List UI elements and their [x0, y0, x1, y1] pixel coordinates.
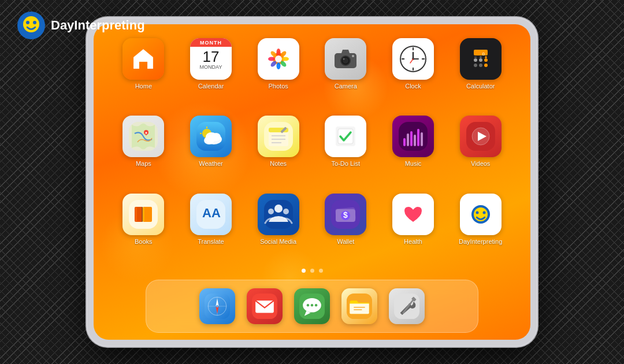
app-photos[interactable]: Photos [246, 36, 311, 109]
app-maps[interactable]: Maps [111, 113, 176, 186]
app-books[interactable]: Books [111, 191, 176, 264]
dock-files[interactable] [340, 286, 378, 326]
books-label: Books [135, 238, 153, 245]
music-label: Music [405, 160, 422, 167]
app-clock[interactable]: Clock [381, 36, 446, 109]
dock-tools[interactable] [388, 286, 426, 326]
social-label: Social Media [260, 238, 296, 245]
svg-point-8 [282, 57, 289, 61]
wallet-icon: $ [325, 194, 366, 235]
camera-label: Camera [335, 83, 357, 90]
svg-marker-16 [341, 50, 350, 53]
ipad-screen: Home MONTH 17 MONDAY Calendar [94, 24, 530, 340]
calendar-icon: MONTH 17 MONDAY [190, 38, 232, 80]
app-health[interactable]: Health [381, 191, 446, 264]
files-dock-icon [341, 288, 377, 324]
mail-dock-icon [247, 288, 283, 324]
clock-icon [392, 38, 434, 80]
app-wallet[interactable]: $ Wallet [313, 191, 378, 264]
dot-1[interactable] [302, 269, 306, 273]
svg-point-88 [283, 209, 289, 214]
app-dayinterpreting[interactable]: DayInterpreting [448, 191, 513, 264]
dock-safari[interactable] [198, 286, 236, 326]
page-dots [111, 264, 513, 277]
svg-point-34 [474, 58, 477, 62]
svg-rect-67 [399, 122, 428, 151]
svg-point-2 [26, 21, 29, 24]
svg-point-111 [307, 304, 309, 306]
svg-point-20 [343, 58, 345, 60]
maps-icon [122, 116, 164, 157]
safari-dock-icon [199, 288, 235, 324]
svg-point-112 [311, 304, 313, 306]
health-icon [392, 194, 434, 235]
svg-text:0: 0 [482, 51, 485, 57]
messages-dock-icon [294, 288, 330, 324]
svg-rect-73 [421, 132, 423, 146]
weather-icon [190, 116, 232, 157]
svg-point-99 [482, 211, 485, 214]
health-label: Health [404, 238, 422, 245]
app-calculator[interactable]: 0 [448, 36, 513, 109]
app-notes[interactable]: Notes [246, 113, 311, 186]
dock-messages[interactable] [293, 286, 331, 326]
svg-rect-32 [474, 50, 488, 55]
social-icon [258, 194, 299, 235]
music-icon [392, 116, 434, 157]
svg-point-39 [484, 64, 488, 67]
dock-mail[interactable] [246, 286, 284, 326]
svg-point-98 [476, 211, 478, 214]
svg-rect-69 [407, 133, 409, 146]
dayinterpreting-app-label: DayInterpreting [459, 238, 502, 245]
app-music[interactable]: Music [381, 113, 446, 186]
svg-rect-68 [403, 138, 406, 146]
svg-point-1 [23, 16, 39, 32]
svg-rect-70 [410, 131, 413, 146]
videos-label: Videos [471, 160, 490, 167]
app-weather[interactable]: Weather [179, 113, 244, 186]
ipad-frame: Home MONTH 17 MONDAY Calendar [87, 17, 537, 347]
svg-point-14 [275, 55, 282, 62]
videos-icon [460, 116, 502, 157]
brand-name: DayInterpreting [51, 18, 145, 33]
translate-icon: AA [190, 194, 232, 235]
app-translate[interactable]: AA Translate [179, 191, 244, 264]
todo-icon [325, 116, 366, 157]
svg-text:$: $ [343, 210, 348, 220]
svg-point-6 [276, 49, 280, 55]
svg-point-12 [268, 57, 275, 61]
photos-icon [258, 38, 299, 80]
svg-point-47 [146, 132, 147, 134]
app-home[interactable]: Home [111, 36, 176, 109]
calculator-label: Calculator [466, 83, 495, 90]
app-social[interactable]: Social Media [246, 191, 311, 264]
camera-icon [325, 38, 366, 80]
svg-point-38 [479, 64, 482, 67]
calculator-icon: 0 [460, 38, 502, 80]
svg-text:AA: AA [202, 206, 221, 220]
tools-dock-icon [389, 288, 425, 324]
app-todo[interactable]: To-Do List [313, 113, 378, 186]
svg-point-36 [484, 58, 488, 62]
svg-point-87 [268, 209, 274, 214]
photos-label: Photos [269, 83, 288, 90]
app-videos[interactable]: Videos [448, 113, 513, 186]
svg-point-10 [276, 62, 280, 69]
translate-label: Translate [198, 238, 224, 245]
svg-point-3 [33, 21, 36, 24]
app-calendar[interactable]: MONTH 17 MONDAY Calendar [179, 36, 244, 109]
dayinterpreting-icon [460, 194, 502, 235]
svg-rect-71 [414, 135, 416, 146]
dot-2[interactable] [310, 269, 314, 273]
weather-label: Weather [199, 160, 222, 167]
calendar-label: Calendar [198, 83, 224, 90]
svg-point-21 [352, 55, 354, 57]
home-icon [122, 38, 164, 80]
dot-3[interactable] [319, 269, 323, 273]
brand-bar: DayInterpreting [17, 12, 145, 39]
svg-rect-72 [417, 129, 419, 146]
notes-label: Notes [270, 160, 287, 167]
app-grid: Home MONTH 17 MONDAY Calendar [111, 36, 513, 264]
app-camera[interactable]: Camera [313, 36, 378, 109]
todo-label: To-Do List [332, 160, 361, 167]
